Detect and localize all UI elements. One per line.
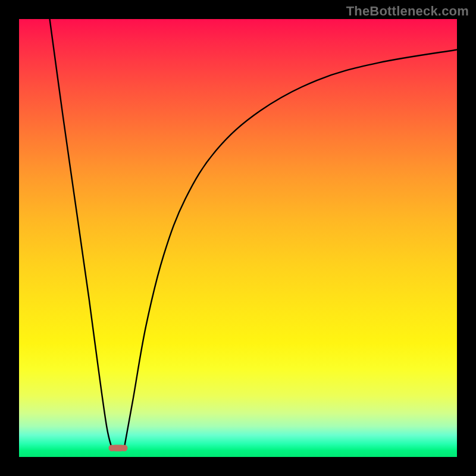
marker-right: [121, 445, 127, 452]
curve-right-branch: [124, 50, 457, 449]
chart-curves-svg: [19, 19, 457, 457]
chart-plot-area: [19, 19, 457, 457]
marker-left: [109, 445, 115, 452]
curve-left-branch: [50, 19, 112, 448]
watermark-text: TheBottleneck.com: [346, 4, 469, 19]
